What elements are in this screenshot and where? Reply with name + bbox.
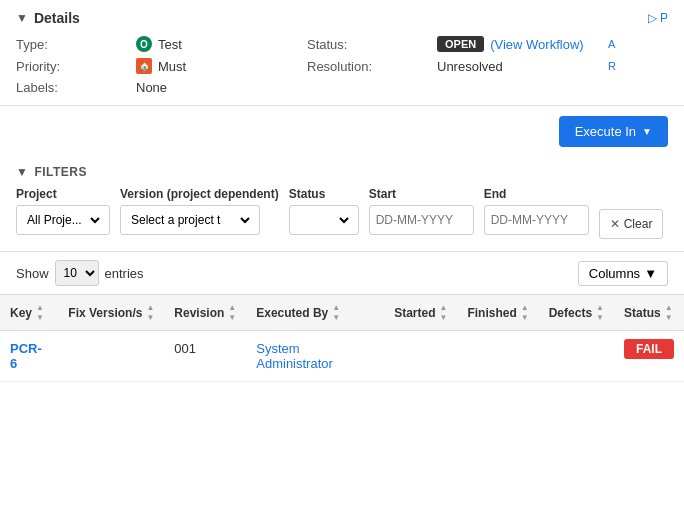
view-workflow-link[interactable]: (View Workflow) xyxy=(490,37,583,52)
filters-chevron-icon[interactable]: ▼ xyxy=(16,165,28,179)
col-started: Started ▲▼ xyxy=(384,295,457,331)
details-grid: Type: O Test Status: OPEN (View Workflow… xyxy=(16,36,668,105)
version-filter-label: Version (project dependent) xyxy=(120,187,279,201)
type-value-cell: O Test xyxy=(136,36,307,52)
results-table: Key ▲▼ Fix Version/s ▲▼ Revision ▲ xyxy=(0,294,684,382)
col-finished: Finished ▲▼ xyxy=(457,295,538,331)
col-status: Status ▲▼ xyxy=(614,295,684,331)
priority-value-cell: 🏠 Must xyxy=(136,58,307,74)
details-header: ▼ Details ▷ P xyxy=(16,10,668,26)
project-filter-group: Project All Proje... xyxy=(16,187,110,235)
type-label: Type: xyxy=(16,37,136,52)
project-filter-label: Project xyxy=(16,187,110,201)
version-select[interactable]: Select a project t xyxy=(127,212,253,228)
details-title: Details xyxy=(34,10,80,26)
col-fix-version: Fix Version/s ▲▼ xyxy=(58,295,164,331)
clear-x-icon: ✕ xyxy=(610,217,620,231)
priority-icon: 🏠 xyxy=(136,58,152,74)
labels-label: Labels: xyxy=(16,80,136,95)
filters-title: FILTERS xyxy=(34,165,87,179)
type-value: Test xyxy=(158,37,182,52)
priority-label: Priority: xyxy=(16,59,136,74)
col-executed-by: Executed By ▲▼ xyxy=(246,295,384,331)
page-wrapper: ▼ Details ▷ P Type: O Test Status: OPEN … xyxy=(0,0,684,518)
status-select-wrapper[interactable] xyxy=(289,205,359,235)
table-header-row: Key ▲▼ Fix Version/s ▲▼ Revision ▲ xyxy=(0,295,684,331)
row-finished xyxy=(457,331,538,382)
labels-value: None xyxy=(136,80,307,95)
start-filter-label: Start xyxy=(369,187,474,201)
status-select[interactable] xyxy=(296,212,352,228)
end-filter-group: End xyxy=(484,187,589,235)
details-chevron-icon[interactable]: ▼ xyxy=(16,11,28,25)
show-entries-wrapper: Show 10 entries xyxy=(16,260,144,286)
end-filter-label: End xyxy=(484,187,589,201)
row-revision: 001 xyxy=(164,331,246,382)
col-defects: Defects ▲▼ xyxy=(539,295,614,331)
clear-label: Clear xyxy=(624,217,653,231)
version-filter-group: Version (project dependent) Select a pro… xyxy=(120,187,279,235)
finished-sort-icon[interactable]: ▲▼ xyxy=(521,303,529,322)
key-sort-icon[interactable]: ▲▼ xyxy=(36,303,44,322)
row-key: PCR-6 xyxy=(0,331,58,382)
columns-label: Columns xyxy=(589,266,640,281)
details-section: ▼ Details ▷ P Type: O Test Status: OPEN … xyxy=(0,0,684,106)
clear-filter-group: ✕ Clear xyxy=(599,187,664,239)
end-date-input[interactable] xyxy=(484,205,589,235)
col-key: Key ▲▼ xyxy=(0,295,58,331)
project-select[interactable]: All Proje... xyxy=(23,212,103,228)
clear-button[interactable]: ✕ Clear xyxy=(599,209,664,239)
defects-sort-icon[interactable]: ▲▼ xyxy=(596,303,604,322)
execute-btn-wrapper: Execute In ▼ xyxy=(0,106,684,157)
row-fix-version xyxy=(58,331,164,382)
status-badge: OPEN xyxy=(437,36,484,52)
start-filter-group: Start xyxy=(369,187,474,235)
start-date-input[interactable] xyxy=(369,205,474,235)
version-select-wrapper[interactable]: Select a project t xyxy=(120,205,260,235)
executed-by-sort-icon[interactable]: ▲▼ xyxy=(332,303,340,322)
execute-btn-label: Execute In xyxy=(575,124,636,139)
row-executed-by: System Administrator xyxy=(246,331,384,382)
execute-in-button[interactable]: Execute In ▼ xyxy=(559,116,668,147)
row-defects xyxy=(539,331,614,382)
resolution-label: Resolution: xyxy=(307,59,437,74)
columns-button[interactable]: Columns ▼ xyxy=(578,261,668,286)
col-revision: Revision ▲▼ xyxy=(164,295,246,331)
executed-by-link[interactable]: System Administrator xyxy=(256,341,333,371)
right-col-2: R xyxy=(608,60,668,72)
priority-value: Must xyxy=(158,59,186,74)
started-sort-icon[interactable]: ▲▼ xyxy=(440,303,448,322)
right-panel-toggle[interactable]: ▷ P xyxy=(648,11,668,25)
filters-section: ▼ FILTERS Project All Proje... Version (… xyxy=(0,157,684,252)
resolution-value: Unresolved xyxy=(437,59,608,74)
pcr-link[interactable]: PCR-6 xyxy=(10,341,42,371)
row-started xyxy=(384,331,457,382)
filters-header: ▼ FILTERS xyxy=(16,157,668,187)
execute-dropdown-icon: ▼ xyxy=(642,126,652,137)
filters-row: Project All Proje... Version (project de… xyxy=(16,187,668,251)
row-status: FAIL xyxy=(614,331,684,382)
type-icon: O xyxy=(136,36,152,52)
status-filter-label: Status xyxy=(289,187,359,201)
fix-version-sort-icon[interactable]: ▲▼ xyxy=(146,303,154,322)
table-controls: Show 10 entries Columns ▼ xyxy=(0,252,684,294)
status-value-cell: OPEN (View Workflow) xyxy=(437,36,608,52)
table-row: PCR-6 001 System Administrator xyxy=(0,331,684,382)
status-filter-group: Status xyxy=(289,187,359,235)
status-label: Status: xyxy=(307,37,437,52)
entries-select[interactable]: 10 xyxy=(55,260,99,286)
columns-dropdown-icon: ▼ xyxy=(644,266,657,281)
status-sort-icon[interactable]: ▲▼ xyxy=(665,303,673,322)
revision-sort-icon[interactable]: ▲▼ xyxy=(228,303,236,322)
fail-status-badge: FAIL xyxy=(624,339,674,359)
entries-label: entries xyxy=(105,266,144,281)
show-label: Show xyxy=(16,266,49,281)
right-col-1: A xyxy=(608,38,668,50)
table-wrapper: Key ▲▼ Fix Version/s ▲▼ Revision ▲ xyxy=(0,294,684,382)
project-select-wrapper[interactable]: All Proje... xyxy=(16,205,110,235)
